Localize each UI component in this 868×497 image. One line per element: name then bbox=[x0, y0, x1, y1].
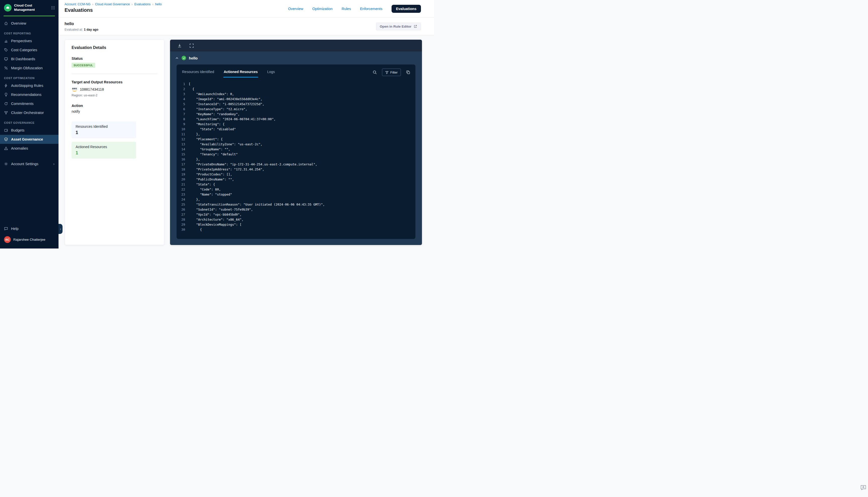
sidebar-item-label: AutoStopping Rules bbox=[11, 84, 43, 88]
actioned-resources-label: Actioned Resources bbox=[75, 145, 132, 149]
code-line-text: "ImageId": "ami-002438e556dd03e4c", bbox=[188, 97, 263, 102]
code-line-text: [ bbox=[188, 82, 191, 87]
nav-rules[interactable]: Rules bbox=[341, 7, 351, 11]
code-line: 7 "KeyName": "randomkey", bbox=[177, 112, 416, 117]
code-line-text: }, bbox=[188, 132, 200, 137]
line-number: 4 bbox=[177, 97, 185, 102]
code-line-text: "Name": "stopped" bbox=[188, 192, 232, 197]
sidebar-nav: Overview COST REPORTING Perspectives Cos… bbox=[0, 19, 58, 168]
aws-icon: aws bbox=[72, 87, 78, 91]
sidebar-section-cost-reporting: COST REPORTING bbox=[0, 28, 58, 37]
breadcrumb-governance[interactable]: Cloud Asset Governance bbox=[95, 2, 130, 6]
line-number: 16 bbox=[177, 157, 185, 162]
sidebar-item-help[interactable]: Help bbox=[0, 224, 58, 233]
sidebar-item-cost-categories[interactable]: Cost Categories bbox=[0, 45, 58, 55]
sidebar-item-label: Commitments bbox=[11, 102, 33, 106]
code-line-text: "ProductCodes": [], bbox=[188, 172, 232, 177]
code-line-text: "PublicDnsName": "", bbox=[188, 177, 234, 182]
sidebar-item-label: Budgets bbox=[11, 128, 24, 132]
sidebar-item-commitments[interactable]: Commitments bbox=[0, 99, 58, 108]
user-profile[interactable]: RC Rajarshee Chatterjee bbox=[0, 233, 58, 246]
line-number: 27 bbox=[177, 212, 185, 217]
sidebar-section-cost-governance: COST GOVERNANCE bbox=[0, 117, 58, 126]
breadcrumb-account[interactable]: Account: CCM-NG bbox=[65, 2, 91, 6]
target-resources-label: Target and Output Resources bbox=[72, 80, 157, 84]
ccm-logo-icon bbox=[4, 4, 12, 12]
line-number: 25 bbox=[177, 202, 185, 207]
line-number: 30 bbox=[177, 227, 185, 232]
search-icon[interactable] bbox=[373, 70, 377, 74]
breadcrumb-evaluations[interactable]: Evaluations bbox=[135, 2, 151, 6]
line-number: 2 bbox=[177, 87, 185, 91]
sidebar-item-account-settings[interactable]: Account Settings › bbox=[0, 159, 58, 168]
panel-body: hello Resources Identified Actioned Reso… bbox=[170, 52, 422, 245]
line-number: 8 bbox=[177, 117, 185, 122]
copy-icon[interactable] bbox=[406, 70, 410, 74]
code-line: 24 }, bbox=[177, 197, 416, 202]
tab-actioned-resources[interactable]: Actioned Resources bbox=[223, 69, 258, 77]
nav-optimization[interactable]: Optimization bbox=[312, 7, 333, 11]
sidebar-item-cluster-orchestrator[interactable]: Cluster Orchestrator bbox=[0, 108, 58, 117]
chevron-up-icon[interactable] bbox=[175, 56, 179, 60]
fullscreen-icon[interactable] bbox=[189, 43, 194, 48]
code-line: 14 "GroupName": "", bbox=[177, 147, 416, 152]
breadcrumb-current[interactable]: hello bbox=[155, 2, 162, 6]
code-line-text: "Code": 80, bbox=[188, 187, 221, 192]
code-line: 3 "AmiLaunchIndex": 0, bbox=[177, 91, 416, 97]
wallet-icon bbox=[4, 128, 8, 132]
line-number: 12 bbox=[177, 137, 185, 142]
download-icon[interactable] bbox=[177, 43, 182, 48]
code-line-text: "Monitoring": { bbox=[188, 122, 225, 127]
sidebar-item-bi-dashboards[interactable]: BI Dashboards bbox=[0, 55, 58, 63]
nav-enforcements[interactable]: Enforcements bbox=[360, 7, 382, 11]
action-value: notify bbox=[72, 110, 157, 113]
nav-evaluations-active[interactable]: Evaluations bbox=[392, 5, 421, 13]
sidebar-item-label: Cluster Orchestrator bbox=[11, 111, 44, 115]
json-code-viewer[interactable]: 1 [ 2 { 3 "AmiLaunchIndex": bbox=[177, 77, 416, 239]
code-line: 12 "Placement": { bbox=[177, 137, 416, 142]
sidebar-item-perspectives[interactable]: Perspectives bbox=[0, 37, 58, 45]
code-line-text: "PrivateIpAddress": "172.31.44.254", bbox=[188, 167, 264, 172]
sidebar-item-overview[interactable]: Overview bbox=[0, 19, 58, 28]
evaluated-at-value: 1 day ago bbox=[84, 28, 98, 31]
code-line-text: "SubnetId": "subnet-75fe9b39", bbox=[188, 207, 253, 212]
sidebar-item-asset-governance[interactable]: Asset Governance bbox=[0, 135, 58, 144]
nav-overview[interactable]: Overview bbox=[288, 7, 303, 11]
code-line: 8 "LaunchTime": "2024-06-06T04:41:37+00:… bbox=[177, 117, 416, 122]
sidebar-item-budgets[interactable]: Budgets bbox=[0, 126, 58, 135]
resources-card: Resources Identified Actioned Resources … bbox=[177, 65, 416, 239]
open-in-rule-editor-button[interactable]: Open in Rule Editor bbox=[376, 23, 421, 30]
code-line-text: "KeyName": "randomkey", bbox=[188, 112, 240, 117]
sidebar-collapse-button[interactable]: ‹ bbox=[58, 224, 62, 234]
code-line-text: }, bbox=[188, 197, 200, 202]
sidebar-item-autostopping-rules[interactable]: AutoStopping Rules bbox=[0, 81, 58, 90]
sidebar-item-recommendations[interactable]: Recommendations bbox=[0, 90, 58, 99]
lightning-icon bbox=[4, 84, 8, 88]
line-number: 5 bbox=[177, 102, 185, 107]
sidebar: Cloud Cost Management Overview COST REPO… bbox=[0, 0, 58, 248]
code-line: 1 [ bbox=[177, 82, 416, 87]
code-line: 23 "Name": "stopped" bbox=[177, 192, 416, 197]
module-grid-icon[interactable] bbox=[51, 6, 55, 10]
code-line: 10 "State": "disabled" bbox=[177, 127, 416, 132]
code-line-text: "InstanceType": "t2.micro", bbox=[188, 107, 247, 112]
sidebar-item-label: Account Settings bbox=[11, 162, 39, 166]
code-line: 27 "VpcId": "vpc-bb845bd0", bbox=[177, 212, 416, 217]
tab-resources-identified[interactable]: Resources Identified bbox=[182, 69, 215, 77]
line-number: 18 bbox=[177, 167, 185, 172]
sidebar-item-margin-obfuscation[interactable]: Margin Obfuscation bbox=[0, 63, 58, 73]
line-number: 20 bbox=[177, 177, 185, 182]
tab-logs[interactable]: Logs bbox=[267, 69, 275, 77]
resources-identified-label: Resources Identified bbox=[75, 125, 132, 129]
code-line-text: { bbox=[188, 227, 202, 232]
sidebar-item-anomalies[interactable]: Anomalies bbox=[0, 144, 58, 153]
evaluation-result-row[interactable]: hello bbox=[170, 52, 422, 65]
line-number: 15 bbox=[177, 152, 185, 157]
resources-identified-value: 1 bbox=[75, 130, 132, 135]
avatar: RC bbox=[4, 236, 11, 243]
sidebar-item-label: BI Dashboards bbox=[11, 57, 35, 61]
code-line: 20 "PublicDnsName": "", bbox=[177, 177, 416, 182]
line-number: 3 bbox=[177, 91, 185, 97]
line-number: 9 bbox=[177, 122, 185, 127]
filter-button[interactable]: Filter bbox=[382, 69, 401, 76]
